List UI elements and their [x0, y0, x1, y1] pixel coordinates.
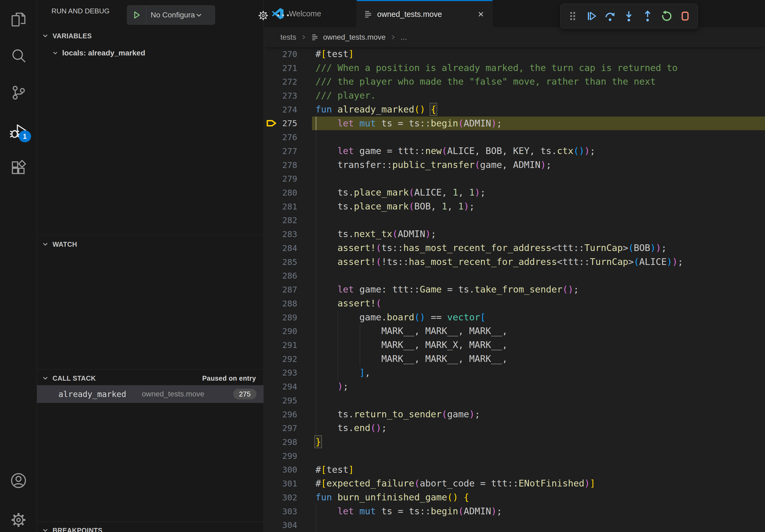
- code-line-270[interactable]: 270#[test]: [264, 47, 765, 61]
- code-line-content[interactable]: /// player.: [316, 89, 765, 103]
- gutter-line-297[interactable]: 297: [264, 421, 316, 435]
- gutter-line-274[interactable]: 274: [264, 103, 316, 117]
- gutter-line-277[interactable]: 277: [264, 144, 316, 158]
- step-over-button[interactable]: [602, 7, 618, 25]
- gutter-line-280[interactable]: 280: [264, 186, 316, 199]
- source-control-icon[interactable]: [10, 84, 27, 102]
- code-line-content[interactable]: let game: ttt::Game = ts.take_from_sende…: [316, 283, 765, 297]
- gutter-line-296[interactable]: 296: [264, 407, 316, 421]
- gutter-line-301[interactable]: 301: [264, 476, 316, 490]
- breadcrumb-folder[interactable]: tests: [280, 33, 296, 42]
- gutter-line-304[interactable]: 304: [264, 518, 316, 532]
- code-line-296[interactable]: 296 ts.return_to_sender(game);: [264, 407, 765, 421]
- code-line-content[interactable]: [316, 172, 765, 186]
- gutter-line-303[interactable]: 303: [264, 504, 316, 518]
- debug-settings-gear-icon[interactable]: [257, 10, 269, 21]
- code-line-content[interactable]: ts.place_mark(BOB, 1, 1);: [316, 199, 765, 213]
- gutter-line-283[interactable]: 283: [264, 227, 316, 241]
- code-line-275[interactable]: 275 let mut ts = ts::begin(ADMIN);: [264, 117, 765, 131]
- search-icon[interactable]: [10, 47, 27, 65]
- code-line-content[interactable]: /// When a position is already marked, t…: [316, 61, 765, 75]
- breakpoints-section-header[interactable]: BREAKPOINTS: [37, 523, 264, 532]
- code-line-content[interactable]: ],: [316, 366, 765, 380]
- code-line-272[interactable]: 272/// the player who made the "false" m…: [264, 75, 765, 89]
- code-line-274[interactable]: 274fun already_marked() {: [264, 103, 765, 117]
- code-line-294[interactable]: 294 );: [264, 380, 765, 394]
- code-line-content[interactable]: assert!(!ts::has_most_recent_for_address…: [316, 255, 765, 269]
- code-line-297[interactable]: 297 ts.end();: [264, 421, 765, 435]
- code-line-content[interactable]: MARK__, MARK__, MARK__,: [316, 352, 765, 366]
- breadcrumb-file[interactable]: owned_tests.move: [323, 33, 385, 42]
- close-icon[interactable]: [477, 10, 485, 18]
- code-line-287[interactable]: 287 let game: ttt::Game = ts.take_from_s…: [264, 283, 765, 297]
- explorer-icon[interactable]: [10, 11, 27, 28]
- stack-frame-row[interactable]: already_marked owned_tests.move 275: [37, 385, 264, 403]
- code-line-282[interactable]: 282: [264, 213, 765, 227]
- code-line-content[interactable]: assert!(ts::has_most_recent_for_address<…: [316, 241, 765, 255]
- gutter-line-276[interactable]: 276: [264, 130, 316, 144]
- code-line-content[interactable]: }: [316, 435, 765, 449]
- gutter-line-292[interactable]: 292: [264, 352, 316, 366]
- code-line-295[interactable]: 295: [264, 394, 765, 407]
- gutter-line-285[interactable]: 285: [264, 255, 316, 269]
- run-and-debug-icon[interactable]: 1: [10, 122, 27, 139]
- code-line-content[interactable]: #[test]: [316, 47, 765, 61]
- code-line-content[interactable]: let mut ts = ts::begin(ADMIN);: [316, 117, 765, 131]
- locals-scope-row[interactable]: locals: already_marked: [37, 46, 264, 61]
- code-line-302[interactable]: 302fun burn_unfinished_game() {: [264, 490, 765, 504]
- code-line-300[interactable]: 300#[test]: [264, 463, 765, 477]
- code-line-303[interactable]: 303 let mut ts = ts::begin(ADMIN);: [264, 504, 765, 518]
- code-line-content[interactable]: MARK__, MARK__, MARK__,: [316, 324, 765, 338]
- more-actions-icon[interactable]: [276, 13, 290, 18]
- code-line-291[interactable]: 291 MARK__, MARK_X, MARK__,: [264, 338, 765, 352]
- code-line-278[interactable]: 278 transfer::public_transfer(game, ADMI…: [264, 158, 765, 172]
- gutter-line-300[interactable]: 300: [264, 463, 316, 477]
- code-line-content[interactable]: [316, 518, 765, 532]
- breadcrumb-symbol-more[interactable]: ...: [401, 33, 407, 42]
- code-line-content[interactable]: game.board() == vector[: [316, 311, 765, 324]
- extensions-icon[interactable]: [10, 158, 27, 176]
- gutter-line-270[interactable]: 270: [264, 47, 316, 61]
- step-into-button[interactable]: [620, 7, 637, 25]
- gutter-line-273[interactable]: 273: [264, 89, 316, 103]
- gutter-line-284[interactable]: 284: [264, 241, 316, 255]
- code-line-298[interactable]: 298}: [264, 435, 765, 449]
- code-line-content[interactable]: ts.place_mark(ALICE, 1, 1);: [316, 186, 765, 199]
- code-line-284[interactable]: 284 assert!(ts::has_most_recent_for_addr…: [264, 241, 765, 255]
- tab-owned-tests-move[interactable]: owned_tests.move: [357, 0, 493, 27]
- gutter-line-289[interactable]: 289: [264, 311, 316, 324]
- gutter-line-294[interactable]: 294: [264, 380, 316, 394]
- gutter-line-281[interactable]: 281: [264, 199, 316, 213]
- code-line-content[interactable]: ts.next_tx(ADMIN);: [316, 227, 765, 241]
- code-line-content[interactable]: transfer::public_transfer(game, ADMIN);: [316, 158, 765, 172]
- code-line-content[interactable]: #[expected_failure(abort_code = ttt::ENo…: [316, 476, 765, 490]
- gutter-line-278[interactable]: 278: [264, 158, 316, 172]
- code-line-content[interactable]: [316, 213, 765, 227]
- variables-section-header[interactable]: VARIABLES: [37, 28, 264, 43]
- code-line-277[interactable]: 277 let game = ttt::new(ALICE, BOB, KEY,…: [264, 144, 765, 158]
- gutter-line-271[interactable]: 271: [264, 61, 316, 75]
- gutter-line-290[interactable]: 290: [264, 324, 316, 338]
- gutter-line-293[interactable]: 293: [264, 366, 316, 380]
- code-line-content[interactable]: MARK__, MARK_X, MARK__,: [316, 338, 765, 352]
- code-line-content[interactable]: [316, 394, 765, 407]
- code-line-content[interactable]: fun already_marked() {: [316, 103, 765, 117]
- step-out-button[interactable]: [639, 7, 656, 25]
- code-line-content[interactable]: [316, 449, 765, 463]
- code-line-content[interactable]: ts.end();: [316, 421, 765, 435]
- gutter-line-295[interactable]: 295: [264, 394, 316, 407]
- gutter-line-291[interactable]: 291: [264, 338, 316, 352]
- gutter-line-286[interactable]: 286: [264, 269, 316, 283]
- code-line-273[interactable]: 273/// player.: [264, 89, 765, 103]
- settings-gear-icon[interactable]: [10, 511, 27, 529]
- stop-button[interactable]: [677, 7, 693, 25]
- gutter-line-282[interactable]: 282: [264, 213, 316, 227]
- code-line-content[interactable]: fun burn_unfinished_game() {: [316, 490, 765, 504]
- code-line-content[interactable]: ts.return_to_sender(game);: [316, 407, 765, 421]
- call-stack-section-header[interactable]: CALL STACK Paused on entry: [37, 371, 264, 386]
- code-line-289[interactable]: 289 game.board() == vector[: [264, 311, 765, 324]
- continue-button[interactable]: [583, 7, 600, 25]
- code-line-content[interactable]: let mut ts = ts::begin(ADMIN);: [316, 504, 765, 518]
- debug-configuration-dropdown[interactable]: No Configura: [127, 5, 215, 25]
- code-line-content[interactable]: #[test]: [316, 463, 765, 477]
